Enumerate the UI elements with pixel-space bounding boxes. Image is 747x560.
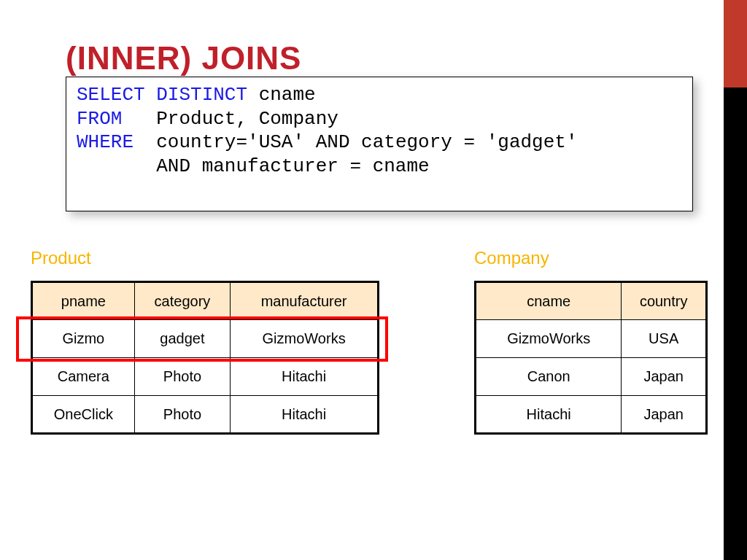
- side-stripe-black: [724, 88, 747, 560]
- sql-code-box: SELECT DISTINCT cname FROM Product, Comp…: [66, 77, 693, 211]
- col-pname: pname: [32, 282, 135, 320]
- cell: Japan: [622, 396, 707, 434]
- sql-tables: Product, Company: [156, 108, 338, 130]
- cell: GizmoWorks: [231, 320, 379, 358]
- table-row: GizmoWorks USA: [476, 320, 707, 358]
- col-category: category: [134, 282, 231, 320]
- cell: Canon: [476, 358, 622, 396]
- cell: Hitachi: [231, 358, 379, 396]
- kw-select: SELECT: [77, 84, 145, 106]
- table-row: OneClick Photo Hitachi: [32, 396, 379, 434]
- company-table: cname country GizmoWorks USA Canon Japan…: [474, 281, 708, 435]
- cell: gadget: [134, 320, 231, 358]
- cell: Photo: [134, 358, 231, 396]
- cell: OneClick: [32, 396, 135, 434]
- kw-from: FROM: [77, 108, 122, 130]
- table-row: Gizmo gadget GizmoWorks: [32, 320, 379, 358]
- cell: Hitachi: [476, 396, 622, 434]
- product-table: pname category manufacturer Gizmo gadget…: [31, 281, 379, 435]
- col-country: country: [622, 282, 707, 320]
- product-label: Product: [31, 248, 91, 268]
- table-header-row: pname category manufacturer: [32, 282, 379, 320]
- sql-pad3: [77, 155, 156, 177]
- company-label: Company: [474, 248, 549, 268]
- sql-pad1: [122, 108, 156, 130]
- cell: Camera: [32, 358, 135, 396]
- kw-distinct: DISTINCT: [156, 84, 247, 106]
- cell: Hitachi: [231, 396, 379, 434]
- table-row: Canon Japan: [476, 358, 707, 396]
- cell: Photo: [134, 396, 231, 434]
- cell: USA: [622, 320, 707, 358]
- col-manufacturer: manufacturer: [231, 282, 379, 320]
- kw-where: WHERE: [77, 131, 133, 153]
- sql-cond2: AND manufacturer = cname: [156, 155, 429, 177]
- table-header-row: cname country: [476, 282, 707, 320]
- side-stripe-red: [724, 0, 747, 88]
- col-cname: cname: [476, 282, 622, 320]
- cell: Japan: [622, 358, 707, 396]
- table-row: Camera Photo Hitachi: [32, 358, 379, 396]
- sql-pad2: [133, 131, 156, 153]
- slide-title: (INNER) JOINS: [66, 40, 301, 77]
- table-row: Hitachi Japan: [476, 396, 707, 434]
- cell: Gizmo: [32, 320, 135, 358]
- sql-cols: cname: [247, 84, 316, 106]
- sql-cond1: country='USA' AND category = 'gadget': [156, 131, 577, 153]
- cell: GizmoWorks: [476, 320, 622, 358]
